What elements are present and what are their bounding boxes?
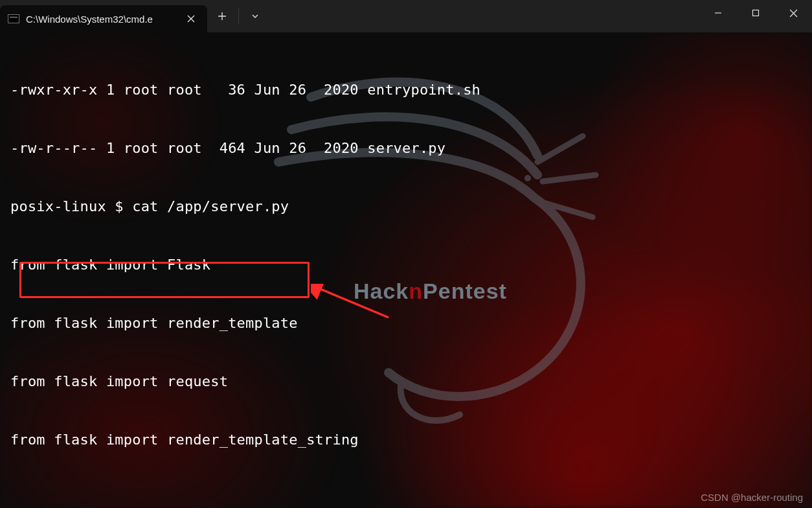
maximize-icon [752, 9, 760, 17]
term-line: from flask import request [10, 372, 802, 391]
terminal-output: -rwxr-xr-x 1 root root 36 Jun 26 2020 en… [0, 32, 812, 508]
window-close-button[interactable] [774, 0, 812, 26]
cmd-icon [8, 14, 19, 23]
minimize-icon [714, 9, 722, 17]
watermark-text: CSDN @hacker-routing [701, 492, 803, 503]
svg-rect-0 [753, 10, 759, 16]
tab-separator [238, 8, 239, 24]
terminal-viewport[interactable]: HacknPentest -rwxr-xr-x 1 root root 36 J… [0, 32, 812, 508]
window-minimize-button[interactable] [699, 0, 737, 26]
new-tab-button[interactable] [207, 0, 237, 32]
close-icon [789, 9, 798, 17]
window-maximize-button[interactable] [737, 0, 774, 26]
close-icon [187, 15, 195, 23]
tab-title: C:\Windows\System32\cmd.e [26, 14, 177, 25]
window-controls [699, 0, 812, 32]
term-line: from flask import render_template [10, 314, 802, 333]
tab-close-button[interactable] [184, 12, 198, 26]
tab-dropdown-button[interactable] [240, 0, 270, 32]
plus-icon [218, 12, 227, 21]
term-line: -rw-r--r-- 1 root root 464 Jun 26 2020 s… [10, 139, 802, 158]
term-line: from flask import render_template_string [10, 430, 802, 450]
tab-actions [207, 0, 270, 32]
term-line: from flask import Flask [10, 255, 802, 275]
term-line: -rwxr-xr-x 1 root root 36 Jun 26 2020 en… [10, 80, 802, 100]
window-titlebar: C:\Windows\System32\cmd.e [0, 0, 812, 32]
term-line: posix-linux $ cat /app/server.py [10, 197, 802, 216]
terminal-tab[interactable]: C:\Windows\System32\cmd.e [0, 5, 207, 32]
chevron-down-icon [251, 12, 260, 21]
